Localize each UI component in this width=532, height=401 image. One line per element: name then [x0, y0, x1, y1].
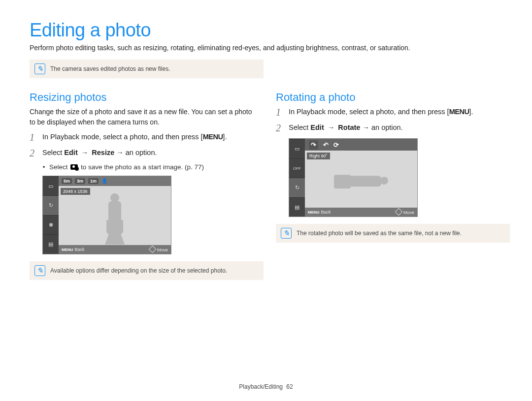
back-hint: MENUBack — [62, 247, 85, 252]
menu-kbd: MENU — [308, 210, 320, 215]
resize-tool-icon: ▭ — [289, 139, 305, 158]
note-box-left: ✎ Available options differ depending on … — [30, 261, 264, 280]
footer-section: Playback/Editing — [239, 383, 283, 390]
arrow: → — [324, 123, 338, 131]
step-number: 1 — [30, 132, 37, 143]
note-icon: ✎ — [34, 265, 45, 276]
menu-kbd: MENU — [62, 247, 73, 252]
start-image-icon — [70, 164, 78, 170]
lcd-sidebar: ▭ ↻ ❃ ▤ — [43, 176, 59, 254]
move-label: Move — [157, 247, 168, 252]
bullet-body: Select to save the photo as a start imag… — [49, 163, 204, 171]
lcd-canvas — [305, 151, 417, 208]
step-body: In Playback mode, select a photo, and th… — [42, 132, 256, 143]
back-label: Back — [75, 247, 85, 252]
note-box-top: ✎ The camera saves edited photos as new … — [30, 60, 264, 78]
note-text: The rotated photo will be saved as the s… — [297, 228, 462, 237]
right-step-2: 2 Select Edit → Rotate → an option. — [276, 123, 502, 133]
manual-page: Editing a photo Perform photo editing ta… — [0, 0, 532, 401]
lcd-main: ↷ ↶ ⟳ Right 90˚ MENUBack Move — [305, 139, 417, 216]
step-text: Select — [289, 123, 310, 131]
size-3m: 3m — [75, 178, 85, 184]
arrow: → — [78, 149, 92, 156]
adjust-tool-icon: ▤ — [43, 234, 59, 254]
left-sub-bullet: • Select to save the photo as a start im… — [42, 163, 256, 171]
move-label: Move — [403, 210, 414, 215]
navpad-icon — [395, 208, 403, 216]
start-image-small-icon: 👤 — [101, 178, 107, 184]
off-label: OFF — [289, 158, 305, 178]
move-hint: Move — [150, 247, 168, 252]
back-label: Back — [321, 210, 331, 215]
lcd-footer: MENUBack Move — [305, 208, 417, 216]
bullet-text: to save the photo as a start image. (p. … — [79, 163, 204, 171]
step-text: In Playback mode, select a photo, and th… — [289, 108, 449, 116]
step-text: In Playback mode, select a photo, and th… — [42, 133, 203, 141]
step-body: Select Edit → Resize → an option. — [42, 148, 256, 158]
lcd-main: 5m 3m 1m 👤 2048 x 1536 MENUBack — [59, 176, 171, 254]
bold: Rotate — [338, 123, 360, 131]
back-hint: MENUBack — [308, 210, 331, 215]
left-step-2: 2 Select Edit → Resize → an option. — [30, 148, 256, 158]
size-5m: 5m — [62, 178, 72, 184]
step-text: ]. — [223, 133, 227, 141]
rotate-tool-icon: ↻ — [289, 178, 305, 197]
rotate-180-icon: ⟳ — [333, 141, 339, 149]
note-box-right: ✎ The rotated photo will be saved as the… — [276, 224, 510, 243]
step-number: 2 — [276, 123, 284, 133]
resizing-heading: Resizing photos — [30, 91, 256, 104]
bullet-dot: • — [42, 163, 45, 171]
page-title: Editing a photo — [30, 20, 502, 41]
note-icon: ✎ — [34, 63, 45, 74]
rotate-right-90-icon: ↷ — [309, 140, 318, 150]
person-silhouette-rotated — [334, 171, 388, 191]
navpad-icon — [149, 246, 157, 253]
bold: Edit — [310, 123, 324, 131]
color-tool-icon: ❃ — [43, 215, 59, 235]
page-footer: Playback/Editing 62 — [0, 383, 532, 390]
lcd-row: ▭ OFF ↻ ▤ ↷ ↶ ⟳ Right 90˚ — [289, 139, 417, 216]
step-body: Select Edit → Rotate → an option. — [289, 123, 502, 133]
person-silhouette — [103, 193, 126, 245]
menu-label: MENU — [203, 133, 223, 141]
lcd-rotate: ▭ OFF ↻ ▤ ↷ ↶ ⟳ Right 90˚ — [289, 138, 418, 217]
intro-text: Perform photo editing tasks, such as res… — [30, 43, 502, 53]
note-text: Available options differ depending on th… — [50, 265, 227, 274]
adjust-tool-icon: ▤ — [289, 197, 305, 217]
rotating-heading: Rotating a photo — [276, 91, 502, 104]
rotate-left-90-icon: ↶ — [323, 141, 329, 149]
bullet-text: Select — [49, 163, 69, 171]
bold: Edit — [64, 149, 77, 156]
move-hint: Move — [396, 209, 414, 215]
resize-topbar: 5m 3m 1m 👤 — [59, 176, 171, 186]
lcd-canvas — [59, 186, 171, 245]
lcd-resize: ▭ ↻ ❃ ▤ 5m 3m 1m 👤 2048 x 1536 — [42, 176, 171, 254]
step-text: Select — [42, 149, 64, 156]
step-text: → an option. — [360, 123, 402, 131]
lcd-row: ▭ ↻ ❃ ▤ 5m 3m 1m 👤 2048 x 1536 — [43, 176, 171, 254]
footer-page-number: 62 — [286, 383, 293, 390]
lcd-footer: MENUBack Move — [59, 245, 171, 254]
bold: Resize — [92, 149, 114, 156]
lcd-sidebar: ▭ OFF ↻ ▤ — [289, 139, 305, 216]
size-1m: 1m — [88, 178, 99, 184]
resizing-body: Change the size of a photo and save it a… — [30, 107, 256, 127]
step-number: 1 — [276, 107, 284, 118]
right-column: Rotating a photo 1 In Playback mode, sel… — [276, 88, 502, 290]
menu-label: MENU — [449, 108, 469, 116]
step-text: ]. — [469, 108, 473, 116]
rotate-options-bar: ↷ ↶ ⟳ — [305, 139, 417, 151]
step-body: In Playback mode, select a photo, and th… — [289, 107, 502, 118]
note-icon: ✎ — [281, 228, 292, 239]
left-step-1: 1 In Playback mode, select a photo, and … — [30, 132, 256, 143]
step-text: → an option. — [114, 149, 157, 156]
step-number: 2 — [30, 148, 37, 158]
note-text: The camera saves edited photos as new fi… — [50, 63, 170, 72]
two-column-layout: Resizing photos Change the size of a pho… — [30, 88, 502, 290]
resize-tool-icon: ▭ — [43, 176, 59, 196]
left-column: Resizing photos Change the size of a pho… — [30, 88, 256, 290]
right-step-1: 1 In Playback mode, select a photo, and … — [276, 107, 502, 118]
rotate-tool-icon: ↻ — [43, 195, 59, 215]
